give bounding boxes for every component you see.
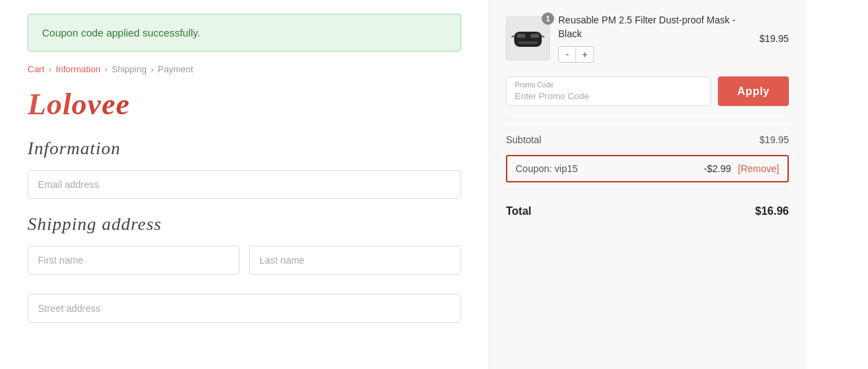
- success-banner: Coupon code applied successfully.: [28, 14, 461, 52]
- breadcrumb-information: Information: [56, 64, 100, 74]
- product-name: Reusable PM 2.5 Filter Dust-proof Mask -…: [558, 14, 751, 41]
- svg-line-5: [542, 36, 544, 37]
- coupon-remove-button[interactable]: [Remove]: [738, 163, 779, 174]
- svg-rect-1: [517, 34, 525, 38]
- quantity-decrease-button[interactable]: -: [558, 46, 576, 63]
- divider-2: [506, 189, 789, 190]
- subtotal-value: $19.95: [759, 134, 789, 145]
- breadcrumb-sep1: ›: [49, 64, 52, 74]
- left-panel: Coupon code applied successfully. Cart ›…: [0, 0, 489, 369]
- product-quantity-badge: 1: [542, 12, 554, 25]
- product-row: 1 Reusable PM 2.5 Filter Dust-proof Mask…: [506, 14, 789, 63]
- svg-line-4: [511, 36, 514, 37]
- divider-1: [506, 120, 789, 120]
- first-name-input[interactable]: [28, 246, 240, 275]
- coupon-label: Coupon: vip15: [516, 163, 578, 174]
- coupon-discount: -$2.99: [703, 163, 731, 174]
- mask-icon: [511, 22, 544, 55]
- information-title: Information: [28, 138, 461, 159]
- coupon-right: -$2.99 [Remove]: [703, 163, 779, 174]
- email-input[interactable]: [28, 170, 461, 199]
- product-price: $19.95: [759, 33, 789, 44]
- svg-rect-3: [518, 41, 538, 44]
- product-info: Reusable PM 2.5 Filter Dust-proof Mask -…: [558, 14, 751, 63]
- success-message: Coupon code applied successfully.: [42, 27, 200, 39]
- promo-row: Promo Code Apply: [506, 76, 789, 106]
- promo-code-label: Promo Code: [515, 81, 702, 89]
- breadcrumb-shipping: Shipping: [112, 64, 147, 74]
- total-value: $16.96: [755, 205, 789, 218]
- promo-code-input[interactable]: [515, 91, 702, 101]
- total-row: Total $16.96: [506, 197, 789, 220]
- street-input[interactable]: [28, 294, 461, 323]
- last-name-input[interactable]: [249, 246, 461, 275]
- logo: Lolovee: [28, 87, 461, 122]
- svg-rect-2: [531, 34, 539, 38]
- name-row: [28, 246, 461, 284]
- coupon-row: Coupon: vip15 -$2.99 [Remove]: [506, 155, 789, 182]
- logo-text: Lolovee: [28, 87, 130, 121]
- breadcrumb-sep3: ›: [151, 64, 154, 74]
- breadcrumb: Cart › Information › Shipping › Payment: [28, 64, 461, 74]
- promo-input-wrapper[interactable]: Promo Code: [506, 76, 711, 106]
- shipping-title: Shipping address: [28, 214, 461, 235]
- subtotal-label: Subtotal: [506, 134, 541, 145]
- apply-promo-button[interactable]: Apply: [718, 76, 789, 106]
- right-panel: 1 Reusable PM 2.5 Filter Dust-proof Mask…: [489, 0, 805, 369]
- product-image-wrapper: 1: [506, 17, 550, 61]
- quantity-increase-button[interactable]: +: [576, 46, 594, 63]
- quantity-controls: - +: [558, 46, 751, 63]
- total-label: Total: [506, 205, 531, 218]
- breadcrumb-cart[interactable]: Cart: [28, 64, 45, 74]
- breadcrumb-payment: Payment: [158, 64, 193, 74]
- subtotal-row: Subtotal $19.95: [506, 127, 789, 152]
- breadcrumb-sep2: ›: [105, 64, 107, 74]
